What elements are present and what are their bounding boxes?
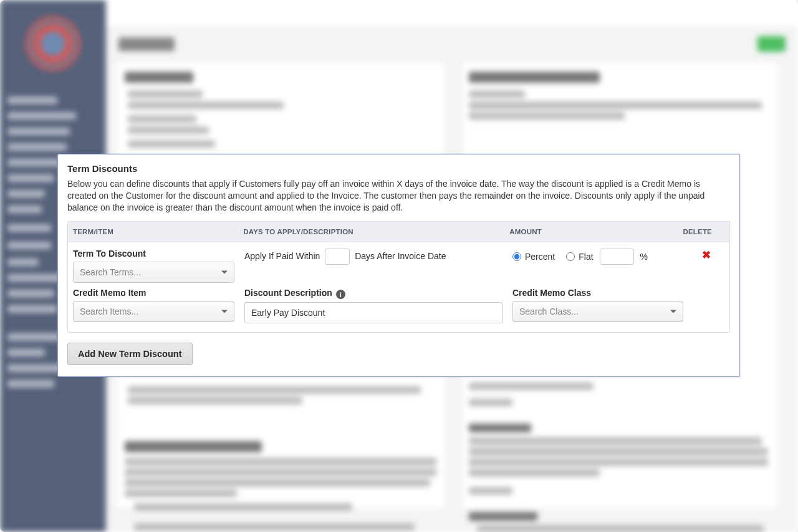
term-select-placeholder: Search Terms... (80, 267, 141, 277)
percent-symbol: % (640, 252, 648, 262)
percent-radio[interactable] (512, 252, 521, 261)
modal-title: Term Discounts (67, 163, 730, 174)
flat-label: Flat (579, 252, 593, 262)
col-header-amount: AMOUNT (504, 228, 678, 235)
chevron-down-icon (670, 310, 676, 313)
credit-memo-item-select[interactable]: Search Items... (73, 301, 234, 322)
table-header: TERM/ITEM DAYS TO APPLY/DESCRIPTION AMOU… (68, 222, 729, 242)
apply-prefix: Apply If Paid Within (244, 250, 320, 260)
term-to-discount-label: Term To Discount (73, 249, 234, 259)
table-row-secondary: Credit Memo Item Search Items... Discoun… (68, 284, 729, 333)
col-header-days: DAYS TO APPLY/DESCRIPTION (238, 228, 504, 235)
chevron-down-icon (221, 310, 228, 313)
apply-suffix: Days After Invoice Date (355, 250, 446, 260)
credit-memo-class-label: Credit Memo Class (512, 288, 683, 298)
memo-item-placeholder: Search Items... (80, 306, 138, 316)
table-row: Term To Discount Search Terms... Apply I… (68, 242, 729, 284)
info-icon: i (336, 290, 345, 299)
modal-description: Below you can define discounts that appl… (67, 178, 730, 214)
delete-row-button[interactable]: ✖ (682, 249, 729, 262)
term-discount-table: TERM/ITEM DAYS TO APPLY/DESCRIPTION AMOU… (67, 221, 730, 333)
term-select[interactable]: Search Terms... (73, 262, 234, 283)
memo-class-placeholder: Search Class... (519, 306, 579, 316)
add-term-discount-button[interactable]: Add New Term Discount (67, 343, 193, 365)
discount-description-input[interactable] (244, 302, 502, 323)
amount-input[interactable] (600, 249, 634, 265)
term-discounts-modal: Term Discounts Below you can define disc… (57, 154, 740, 377)
col-header-term: TERM/ITEM (68, 228, 238, 235)
flat-radio[interactable] (566, 252, 575, 261)
credit-memo-item-label: Credit Memo Item (73, 288, 234, 298)
days-input[interactable] (325, 249, 350, 265)
percent-label: Percent (525, 252, 555, 262)
chevron-down-icon (221, 270, 228, 273)
col-header-delete: DELETE (678, 228, 729, 235)
credit-memo-class-select[interactable]: Search Class... (512, 301, 683, 322)
discount-description-label: Discount Description i (244, 288, 502, 300)
close-icon: ✖ (702, 249, 711, 261)
